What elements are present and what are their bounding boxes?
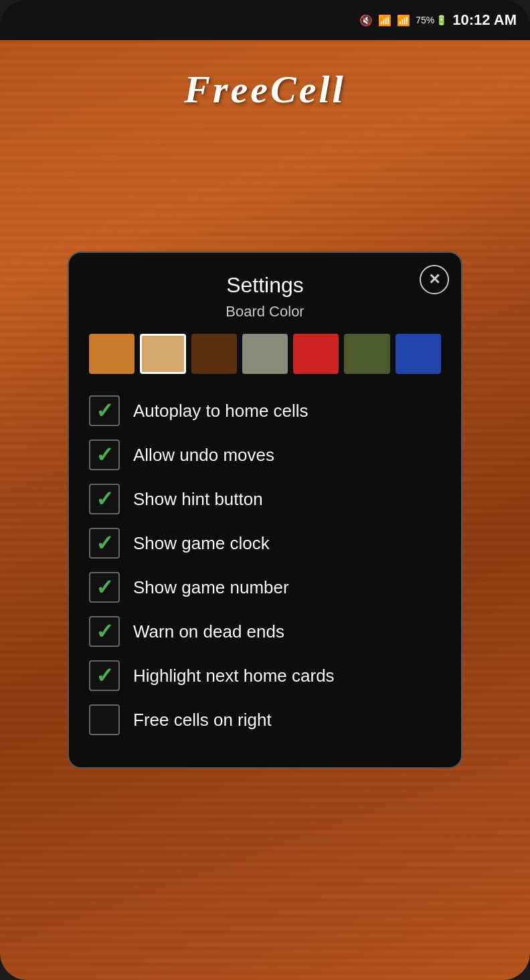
setting-number[interactable]: Show game number: [89, 567, 441, 608]
swatch-dark-green[interactable]: [344, 334, 389, 374]
checkbox-clock[interactable]: [89, 528, 120, 559]
label-number: Show game number: [133, 577, 289, 598]
checkbox-highlight[interactable]: [89, 660, 120, 691]
settings-dialog: Settings Board Color ✕ Autopla: [68, 252, 462, 769]
setting-highlight[interactable]: Highlight next home cards: [89, 655, 441, 696]
swatch-red[interactable]: [293, 334, 339, 374]
wifi-icon: 📶: [378, 14, 391, 27]
swatch-light-wood[interactable]: [140, 334, 185, 374]
dialog-title: Settings: [89, 273, 441, 298]
status-bar: 🔇 📶 📶 75%🔋 10:12 AM: [0, 0, 530, 40]
status-time: 10:12 AM: [452, 11, 517, 29]
setting-freecells[interactable]: Free cells on right: [89, 699, 441, 741]
swatch-orange-wood[interactable]: [89, 334, 135, 374]
setting-undo[interactable]: Allow undo moves: [89, 434, 441, 476]
label-undo: Allow undo moves: [133, 445, 274, 466]
setting-clock[interactable]: Show game clock: [89, 522, 441, 564]
checkbox-undo[interactable]: [89, 439, 120, 470]
modal-overlay: Settings Board Color ✕ Autopla: [0, 40, 530, 980]
mute-icon: 🔇: [359, 14, 373, 27]
dialog-subtitle: Board Color: [89, 303, 441, 320]
label-clock: Show game clock: [133, 533, 270, 554]
setting-autoplay[interactable]: Autoplay to home cells: [89, 390, 441, 431]
game-background: FreeCell Settings Board Color ✕: [0, 40, 530, 980]
checkbox-number[interactable]: [89, 572, 120, 603]
label-highlight: Highlight next home cards: [133, 666, 335, 686]
checkbox-freecells[interactable]: [89, 704, 120, 735]
settings-list: Autoplay to home cells Allow undo moves …: [89, 390, 441, 741]
swatch-blue[interactable]: [395, 334, 441, 374]
swatch-gray-stone[interactable]: [242, 334, 288, 374]
color-swatches: [89, 334, 441, 374]
label-freecells: Free cells on right: [133, 710, 272, 730]
setting-deadends[interactable]: Warn on dead ends: [89, 611, 441, 652]
battery-icon: 75%🔋: [416, 15, 447, 25]
swatch-dark-wood[interactable]: [191, 334, 237, 374]
checkbox-hint[interactable]: [89, 484, 120, 514]
phone-frame: 🔇 📶 📶 75%🔋 10:12 AM FreeCell Settings Bo…: [0, 0, 530, 980]
status-icons: 🔇 📶 📶 75%🔋 10:12 AM: [359, 11, 517, 29]
close-button[interactable]: ✕: [420, 265, 449, 294]
label-hint: Show hint button: [133, 489, 263, 510]
checkbox-deadends[interactable]: [89, 616, 120, 647]
label-autoplay: Autoplay to home cells: [133, 401, 308, 421]
checkbox-autoplay[interactable]: [89, 395, 120, 426]
signal-icon: 📶: [397, 14, 410, 27]
label-deadends: Warn on dead ends: [133, 621, 284, 642]
setting-hint[interactable]: Show hint button: [89, 478, 441, 520]
